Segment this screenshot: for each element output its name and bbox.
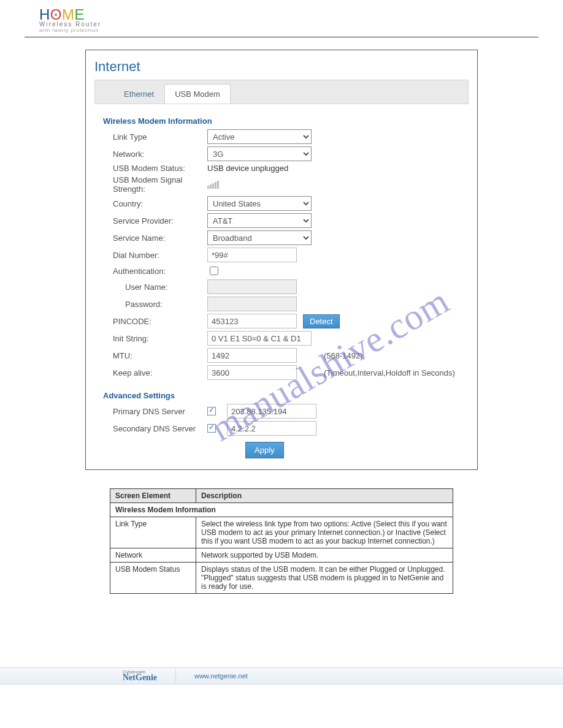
primary-dns-input[interactable] bbox=[227, 404, 316, 419]
advanced-heading: Advanced Settings bbox=[103, 391, 460, 400]
service-name-label: Service Name: bbox=[103, 233, 207, 243]
tab-ethernet[interactable]: Ethernet bbox=[113, 84, 164, 104]
secondary-dns-label: Secondary DNS Server bbox=[103, 424, 207, 433]
password-label: Password: bbox=[103, 300, 207, 309]
secondary-dns-checkbox[interactable] bbox=[207, 424, 216, 433]
desc-th-element: Screen Element bbox=[110, 489, 196, 503]
network-select[interactable]: 3G bbox=[207, 146, 312, 161]
username-input bbox=[207, 279, 297, 294]
panel-title: Internet bbox=[94, 59, 469, 75]
mtu-hint: (568-1492) bbox=[324, 351, 363, 360]
pincode-input[interactable] bbox=[207, 314, 297, 328]
authentication-checkbox[interactable] bbox=[210, 267, 218, 275]
logo-letter-e: E bbox=[75, 6, 85, 23]
desc-th-description: Description bbox=[196, 489, 453, 503]
signal-bars-icon bbox=[207, 180, 219, 189]
logo-letter-m: M bbox=[62, 6, 75, 23]
detect-button[interactable]: Detect bbox=[303, 314, 340, 328]
provider-label: Service Provider: bbox=[103, 216, 207, 226]
desc-row-2-text: Displays status of the USB modem. It can… bbox=[196, 563, 453, 594]
desc-section-heading: Wireless Modem Information bbox=[110, 503, 453, 517]
keep-alive-hint: (Timeout,Interval,Holdoff in Seconds) bbox=[324, 368, 455, 377]
logo-subtitle-1: Wireless Router bbox=[39, 21, 538, 28]
dial-number-input[interactable] bbox=[207, 248, 297, 262]
desc-row-0-text: Select the wireless link type from two o… bbox=[196, 517, 453, 548]
header-divider bbox=[25, 37, 538, 37]
desc-row-1-label: Network bbox=[110, 548, 196, 563]
tab-usb-modem[interactable]: USB Modem bbox=[164, 84, 231, 104]
usb-status-label: USB Modem Status: bbox=[103, 164, 207, 173]
mtu-label: MTU: bbox=[103, 351, 207, 360]
primary-dns-checkbox[interactable] bbox=[207, 407, 216, 415]
logo-subtitle-2: with family protection bbox=[39, 28, 538, 33]
link-type-select[interactable]: Active bbox=[207, 129, 312, 144]
authentication-label: Authentication: bbox=[103, 267, 207, 276]
desc-row-2-label: USB Modem Status bbox=[110, 563, 196, 594]
dial-number-label: Dial Number: bbox=[103, 251, 207, 260]
secondary-dns-input[interactable] bbox=[227, 421, 316, 436]
init-string-input[interactable] bbox=[207, 331, 312, 346]
wireless-heading: Wireless Modem Information bbox=[103, 116, 460, 126]
provider-select[interactable]: AT&T bbox=[207, 213, 312, 228]
keep-alive-input[interactable] bbox=[207, 365, 297, 380]
footer-url: www.netgenie.net bbox=[194, 672, 248, 680]
keep-alive-label: Keep alive: bbox=[103, 368, 207, 377]
table-row: Link Type Select the wireless link type … bbox=[110, 517, 453, 548]
init-string-label: Init String: bbox=[103, 334, 207, 343]
country-label: Country: bbox=[103, 199, 207, 208]
password-input bbox=[207, 297, 297, 311]
tab-bar: Ethernet USB Modem bbox=[94, 80, 469, 104]
brand-logo: HOME Wireless Router with family protect… bbox=[39, 7, 538, 33]
username-label: User Name: bbox=[103, 282, 207, 292]
internet-panel: Internet Ethernet USB Modem Wireless Mod… bbox=[85, 50, 478, 470]
description-table: Screen Element Description Wireless Mode… bbox=[110, 488, 453, 594]
usb-status-value: USB device unplugged bbox=[207, 164, 288, 173]
footer-bar: Cyberoam NetGenie www.netgenie.net bbox=[0, 667, 563, 684]
signal-strength-label: USB Modem Signal Strength: bbox=[103, 175, 207, 194]
link-type-label: Link Type bbox=[103, 132, 207, 142]
desc-row-1-text: Network supported by USB Modem. bbox=[196, 548, 453, 563]
network-label: Network: bbox=[103, 150, 207, 159]
country-select[interactable]: United States bbox=[207, 196, 312, 211]
apply-button[interactable]: Apply bbox=[245, 442, 284, 458]
desc-row-0-label: Link Type bbox=[110, 517, 196, 548]
service-name-select[interactable]: Broadband bbox=[207, 230, 312, 245]
table-row: USB Modem Status Displays status of the … bbox=[110, 563, 453, 594]
primary-dns-label: Primary DNS Server bbox=[103, 407, 207, 416]
pincode-label: PINCODE: bbox=[103, 317, 207, 326]
footer-brand: NetGenie bbox=[123, 673, 157, 682]
mtu-input[interactable] bbox=[207, 348, 297, 363]
logo-letter-o: O bbox=[50, 7, 62, 22]
table-row: Network Network supported by USB Modem. bbox=[110, 548, 453, 563]
logo-letter-h: H bbox=[39, 6, 50, 23]
